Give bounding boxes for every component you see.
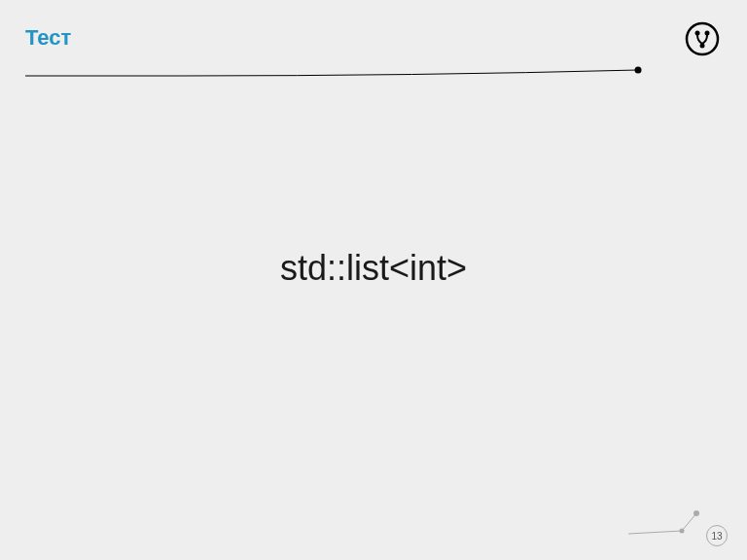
page-number-badge: 13: [706, 525, 728, 546]
svg-line-6: [628, 531, 682, 534]
svg-point-2: [705, 31, 710, 36]
slide-content: std::list<int>: [0, 248, 747, 289]
svg-line-7: [682, 513, 696, 531]
git-branch-icon: [685, 21, 720, 60]
svg-point-1: [695, 31, 700, 36]
svg-point-8: [680, 529, 685, 534]
slide-title: Тест: [25, 25, 71, 51]
svg-point-3: [700, 44, 705, 49]
svg-point-5: [635, 67, 642, 74]
title-underline: [25, 66, 648, 86]
svg-point-0: [687, 23, 718, 54]
svg-point-9: [694, 510, 699, 516]
bottom-branch-decoration: [628, 509, 706, 539]
